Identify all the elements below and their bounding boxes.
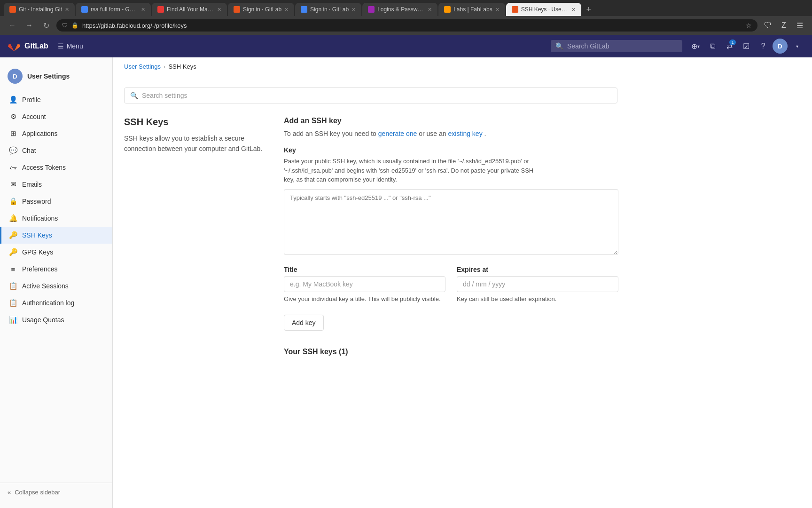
sidebar-item-preferences[interactable]: ≡ Preferences [0, 261, 112, 278]
tab-favicon-find [157, 6, 164, 13]
title-input[interactable] [284, 276, 445, 292]
copy-button[interactable]: ⧉ [705, 39, 720, 54]
sidebar-item-usage-quotas[interactable]: 📊 Usage Quotas [0, 311, 112, 328]
browser-tab-rsa[interactable]: rsa full form - Goo... ✕ [76, 3, 151, 16]
tab-favicon-ssh [512, 6, 518, 13]
address-bar[interactable]: 🛡 🔒 https://gitlab.fabcloud.org/-/profil… [56, 19, 757, 32]
tab-close-signin2[interactable]: ✕ [351, 7, 356, 13]
back-button[interactable]: ← [6, 19, 19, 32]
sidebar-item-label-profile: Profile [22, 96, 41, 103]
browser-tab-git[interactable]: Git - Installing Git ✕ [4, 3, 75, 16]
gitlab-navbar: GitLab ☰ Menu 🔍 ⊕ ▾ ⧉ ⇄ 1 ☑ ? D ▾ [0, 35, 812, 57]
breadcrumb-current: SSH Keys [168, 63, 196, 70]
collapse-label: Collapse sidebar [15, 489, 60, 496]
user-menu-chevron[interactable]: ▾ [789, 39, 804, 54]
sidebar-item-label-emails: Emails [22, 181, 42, 188]
sidebar-item-auth-log[interactable]: 📋 Authentication log [0, 294, 112, 311]
generate-one-link[interactable]: generate one [378, 130, 417, 137]
tab-close-find[interactable]: ✕ [217, 7, 221, 13]
sidebar-user-title: User Settings [27, 72, 70, 80]
tab-close-rsa[interactable]: ✕ [141, 7, 145, 13]
tab-close-signin1[interactable]: ✕ [284, 7, 289, 13]
merge-requests-button[interactable]: ⇄ 1 [722, 39, 737, 54]
add-ssh-desc-after: . [484, 130, 486, 137]
tab-title-signin1: Sign in · GitLab [243, 6, 281, 13]
page-layout: D User Settings 👤 Profile ⚙ Account ⊞ Ap… [0, 57, 812, 508]
tab-close-ssh[interactable]: ✕ [571, 7, 576, 13]
ssh-keys-description-panel: SSH Keys SSH keys allow you to establish… [124, 117, 265, 356]
settings-search-input[interactable] [142, 92, 611, 99]
sidebar-item-emails[interactable]: ✉ Emails [0, 176, 112, 193]
tab-close-logins[interactable]: ✕ [428, 7, 432, 13]
browser-toolbar: ← → ↻ 🛡 🔒 https://gitlab.fabcloud.org/-/… [0, 16, 812, 35]
auth-log-icon: 📋 [9, 299, 17, 307]
expires-input[interactable] [457, 276, 618, 292]
sidebar-item-access-tokens[interactable]: 🗝 Access Tokens [0, 159, 112, 176]
sidebar-navigation: 👤 Profile ⚙ Account ⊞ Applications 💬 Cha… [0, 91, 112, 483]
tab-title-rsa: rsa full form - Goo... [91, 6, 138, 13]
add-ssh-desc-middle: or use an [419, 130, 448, 137]
tab-favicon-rsa [81, 6, 88, 13]
settings-search-container[interactable]: 🔍 [124, 87, 617, 103]
browser-tab-logins[interactable]: Logins & Passwor... ✕ [362, 3, 437, 16]
breadcrumb-parent-link[interactable]: User Settings [124, 63, 161, 70]
url-text: https://gitlab.fabcloud.org/-/profile/ke… [82, 22, 742, 29]
tab-title-find: Find All Your Mac... [167, 6, 214, 13]
tab-favicon-git [9, 6, 16, 13]
sidebar-item-profile[interactable]: 👤 Profile [0, 91, 112, 108]
applications-icon: ⊞ [9, 129, 17, 138]
browser-tab-find[interactable]: Find All Your Mac... ✕ [152, 3, 227, 16]
breadcrumb: User Settings › SSH Keys [113, 57, 812, 76]
sidebar-user-header: D User Settings [0, 65, 112, 91]
sidebar-item-notifications[interactable]: 🔔 Notifications [0, 210, 112, 227]
browser-tab-signin2[interactable]: Sign in · GitLab ✕ [295, 3, 361, 16]
sidebar-item-active-sessions[interactable]: 📋 Active Sessions [0, 278, 112, 294]
sidebar-item-applications[interactable]: ⊞ Applications [0, 125, 112, 142]
menu-button[interactable]: ☰ Menu [54, 40, 87, 52]
sidebar-item-label-access-tokens: Access Tokens [22, 164, 66, 171]
merge-requests-badge: 1 [729, 40, 736, 45]
existing-key-link[interactable]: existing key [448, 130, 483, 137]
user-avatar-button[interactable]: D [773, 39, 788, 54]
extensions-button[interactable]: 🛡 [761, 19, 774, 32]
breadcrumb-separator: › [164, 63, 165, 70]
sidebar-item-gpg-keys[interactable]: 🔑 GPG Keys [0, 244, 112, 261]
new-tab-button[interactable]: + [582, 3, 595, 16]
key-field-label: Key [284, 146, 618, 154]
search-input[interactable] [567, 42, 678, 50]
sidebar-item-chat[interactable]: 💬 Chat [0, 142, 112, 159]
emails-icon: ✉ [9, 180, 17, 189]
ssh-keys-title: SSH Keys [124, 117, 265, 127]
issues-button[interactable]: ☑ [739, 39, 754, 54]
global-search[interactable]: 🔍 [551, 40, 682, 52]
browser-tab-signin1[interactable]: Sign in · GitLab ✕ [228, 3, 294, 16]
browser-tab-ssh[interactable]: SSH Keys · User S... ✕ [506, 3, 581, 16]
browser-menu-button[interactable]: ☰ [793, 19, 806, 32]
title-field-label: Title [284, 266, 445, 273]
help-button[interactable]: ? [756, 39, 771, 54]
bookmark-icon[interactable]: ☆ [746, 22, 752, 29]
new-item-button[interactable]: ⊕ ▾ [688, 39, 703, 54]
key-hint-1: Paste your public SSH key, which is usua… [284, 158, 529, 165]
sidebar-item-ssh-keys[interactable]: 🔑 SSH Keys [0, 227, 112, 244]
tab-close-git[interactable]: ✕ [65, 7, 69, 13]
sidebar-item-account[interactable]: ⚙ Account [0, 108, 112, 125]
collapse-icon: « [8, 489, 11, 496]
chevron-down-icon: ▾ [796, 44, 798, 49]
add-key-button[interactable]: Add key [284, 315, 324, 331]
browser-tabs: Git - Installing Git ✕ rsa full form - G… [0, 0, 812, 16]
tab-close-labs[interactable]: ✕ [495, 7, 500, 13]
sidebar-item-label-active-sessions: Active Sessions [22, 282, 69, 290]
gitlab-logo[interactable]: GitLab [8, 40, 48, 53]
browser-tab-labs[interactable]: Labs | FabLabs ✕ [438, 3, 505, 16]
preferences-icon: ≡ [9, 265, 17, 273]
forward-button[interactable]: → [23, 19, 36, 32]
collapse-sidebar-button[interactable]: « Collapse sidebar [0, 483, 112, 501]
reload-button[interactable]: ↻ [39, 19, 53, 32]
key-field-hint: Paste your public SSH key, which is usua… [284, 157, 618, 184]
zotero-button[interactable]: Z [777, 19, 790, 32]
tab-title-ssh: SSH Keys · User S... [521, 6, 569, 13]
sidebar-item-password[interactable]: 🔒 Password [0, 193, 112, 210]
gitlab-logo-icon [8, 40, 21, 53]
key-textarea[interactable] [284, 189, 618, 255]
